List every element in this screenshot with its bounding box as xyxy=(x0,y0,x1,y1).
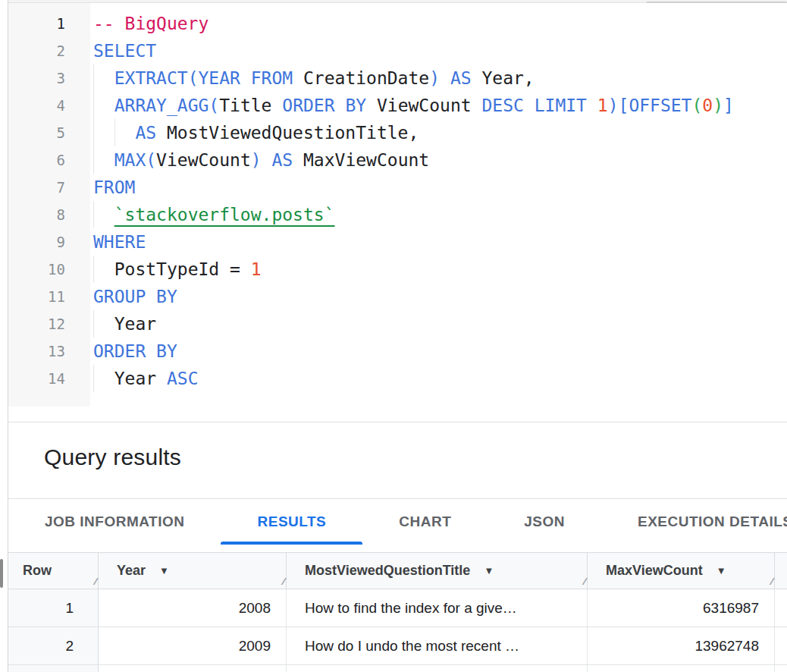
code-line[interactable]: FROM xyxy=(90,174,787,201)
year-cell xyxy=(99,665,287,672)
code-token: AS xyxy=(135,123,156,143)
code-token: ASC xyxy=(167,369,199,388)
code-line[interactable]: MAX(ViewCount) AS MaxViewCount xyxy=(90,146,787,174)
line-number: 11 xyxy=(8,283,90,310)
code-token: ) xyxy=(429,68,440,88)
code-token: ViewCount xyxy=(156,150,251,170)
table-reference-link[interactable]: `stackoverflow.posts` xyxy=(114,205,335,225)
code-token: ) xyxy=(713,96,723,115)
row-filler-cell xyxy=(775,665,787,672)
code-token: -- BigQuery xyxy=(93,14,209,33)
query-results-heading: Query results xyxy=(44,444,181,470)
code-token: AS xyxy=(271,150,293,170)
code-line[interactable]: Year xyxy=(90,310,787,338)
code-line[interactable]: EXTRACT(YEAR FROM CreationDate) AS Year, xyxy=(90,64,787,92)
code-token: LIMIT xyxy=(535,96,587,115)
code-token: OFFSET xyxy=(629,96,691,115)
code-line[interactable]: AS MostViewedQuestionTitle, xyxy=(90,119,787,146)
code-token xyxy=(156,123,167,143)
tab-json[interactable]: JSON xyxy=(488,499,601,545)
title-cell: How to find the index for a give… xyxy=(287,589,588,626)
column-menu-arrow-icon[interactable]: ▼ xyxy=(159,566,169,576)
column-menu-arrow-icon[interactable]: ▼ xyxy=(484,566,494,576)
table-row-partial xyxy=(8,665,787,672)
line-number: 9 xyxy=(8,228,90,256)
tab-label: CHART xyxy=(399,513,451,530)
row-number-cell: 2 xyxy=(8,627,99,664)
code-line[interactable]: GROUP BY xyxy=(90,283,787,310)
max-view-count-cell: 13962748 xyxy=(588,627,775,664)
table-header-filler xyxy=(775,553,787,589)
code-token: WHERE xyxy=(93,232,146,252)
code-line[interactable]: WHERE xyxy=(90,228,787,256)
code-token: SELECT xyxy=(93,41,156,61)
title-cell: How do I undo the most recent … xyxy=(287,627,588,664)
code-token xyxy=(93,150,114,170)
tab-label: RESULTS xyxy=(257,513,326,530)
line-number: 2 xyxy=(8,37,90,64)
indent-guide xyxy=(114,119,115,146)
code-line[interactable]: Year ASC xyxy=(90,365,787,392)
code-token: )[ xyxy=(608,96,629,115)
code-line[interactable]: `stackoverflow.posts` xyxy=(90,201,787,228)
line-number: 7 xyxy=(8,174,90,201)
line-number: 3 xyxy=(8,64,90,92)
code-token xyxy=(93,205,114,225)
code-token: YEAR xyxy=(199,68,240,88)
code-line[interactable]: -- BigQuery xyxy=(90,10,787,37)
code-line[interactable]: PostTypeId = 1 xyxy=(90,256,787,283)
line-number: 14 xyxy=(8,365,90,392)
row-number-cell xyxy=(8,665,99,672)
code-token: 1 xyxy=(251,259,262,279)
code-token: Title xyxy=(219,96,271,115)
title-cell xyxy=(287,665,588,672)
indent-guide xyxy=(93,201,94,228)
year-cell: 2008 xyxy=(99,589,287,626)
code-token: ORDER xyxy=(282,96,334,115)
tab-chart[interactable]: CHART xyxy=(362,499,488,545)
code-token: MAX xyxy=(114,150,146,170)
code-token xyxy=(524,96,535,115)
code-token: FROM xyxy=(93,177,135,197)
code-token xyxy=(293,68,303,88)
code-token xyxy=(93,314,114,334)
editor-results-divider xyxy=(8,422,787,422)
code-token xyxy=(93,68,114,88)
code-token xyxy=(366,96,377,115)
code-token xyxy=(93,259,114,279)
sql-code-editor[interactable]: -- BigQuerySELECT EXTRACT(YEAR FROM Crea… xyxy=(90,3,787,407)
code-line[interactable]: ORDER BY xyxy=(90,338,787,365)
column-header-label: MaxViewCount xyxy=(606,563,703,579)
year-cell: 2009 xyxy=(99,627,287,664)
line-number: 6 xyxy=(8,146,90,174)
indent-guide xyxy=(93,365,94,392)
code-token: BY xyxy=(345,96,366,115)
code-token: ORDER BY xyxy=(93,341,177,361)
line-number: 4 xyxy=(8,92,90,119)
results-table: Row∕∕Year▼∕∕MostViewedQuestionTitle▼∕∕Ma… xyxy=(8,552,787,672)
code-token xyxy=(93,369,114,388)
indent-guide xyxy=(93,64,94,92)
column-header-year: Year▼∕∕ xyxy=(99,553,287,589)
tab-execution-details[interactable]: EXECUTION DETAILS xyxy=(601,499,787,545)
code-token xyxy=(472,68,482,88)
tab-label: EXECUTION DETAILS xyxy=(638,513,787,530)
code-token: ] xyxy=(723,96,734,115)
indent-guide xyxy=(93,256,94,283)
code-line[interactable]: SELECT xyxy=(90,37,787,64)
code-token: ( xyxy=(146,150,156,170)
code-line[interactable]: ARRAY_AGG(Title ORDER BY ViewCount DESC … xyxy=(90,92,787,119)
column-header-mostviewedquestiontitle: MostViewedQuestionTitle▼∕∕ xyxy=(287,553,588,589)
table-row: 12008How to find the index for a give…63… xyxy=(8,589,787,627)
column-menu-arrow-icon[interactable]: ▼ xyxy=(716,566,726,576)
tab-results[interactable]: RESULTS xyxy=(221,499,362,545)
tab-job-information[interactable]: JOB INFORMATION xyxy=(8,499,221,545)
code-token: AS xyxy=(450,68,472,88)
editor-line-number-gutter: 1234567891011121314 xyxy=(8,3,90,407)
table-header-row: Row∕∕Year▼∕∕MostViewedQuestionTitle▼∕∕Ma… xyxy=(8,552,787,589)
tab-label: JSON xyxy=(524,513,565,530)
line-number: 10 xyxy=(8,256,90,283)
row-filler-cell xyxy=(775,589,787,626)
results-vertical-scrollbar-thumb[interactable] xyxy=(0,559,3,588)
code-token: PostTypeId = xyxy=(114,259,251,279)
